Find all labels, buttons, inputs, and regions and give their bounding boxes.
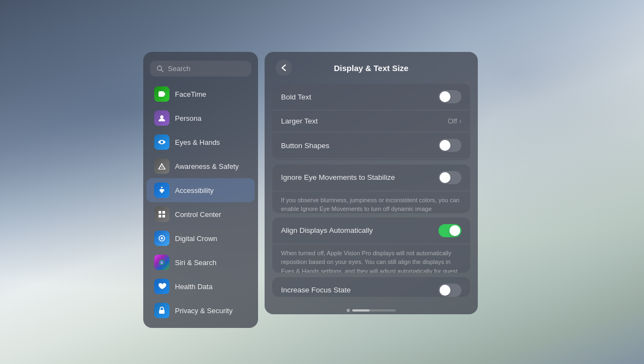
ignore-eye-knob xyxy=(440,172,450,183)
sidebar-item-eyes[interactable]: Eyes & Hands xyxy=(147,130,255,154)
health-icon xyxy=(154,279,169,294)
privacy-icon xyxy=(154,303,169,318)
sidebar-label-awareness: Awareness & Safety xyxy=(175,162,239,171)
svg-rect-6 xyxy=(159,211,161,214)
sidebar-label-privacy: Privacy & Security xyxy=(175,307,232,315)
ignore-eye-description: If you observe blurriness, jumpiness or … xyxy=(272,191,470,213)
sidebar-item-privacy[interactable]: Privacy & Security xyxy=(147,298,255,322)
sidebar-label-eyes: Eyes & Hands xyxy=(175,138,220,146)
svg-point-11 xyxy=(161,237,163,239)
ui-container: Search FaceTime Persona Eyes & Hands Awa xyxy=(143,52,478,328)
panel-header: Display & Text Size xyxy=(265,52,478,84)
align-displays-description: When turned off, Apple Vision Pro displa… xyxy=(272,244,470,273)
svg-text:S: S xyxy=(160,260,163,265)
ignore-eye-toggle[interactable] xyxy=(438,171,461,184)
sidebar-label-control: Control Center xyxy=(175,210,221,219)
increase-focus-toggle[interactable] xyxy=(438,284,461,297)
bold-text-row: Bold Text xyxy=(272,84,470,110)
onoff-labels-row: On/Off Labels xyxy=(272,159,470,160)
sidebar-item-control[interactable]: Control Center xyxy=(147,202,255,226)
persona-icon xyxy=(154,110,169,126)
increase-focus-label: Increase Focus State xyxy=(281,286,438,294)
sidebar-item-facetime[interactable]: FaceTime xyxy=(147,82,255,106)
sidebar-item-digital[interactable]: Digital Crown xyxy=(147,226,255,250)
search-bar[interactable]: Search xyxy=(150,61,251,77)
align-displays-knob xyxy=(449,225,460,236)
button-shapes-row: Button Shapes xyxy=(272,132,470,159)
bold-text-toggle[interactable] xyxy=(438,90,461,103)
settings-group-eye: Ignore Eye Movements to Stabilize If you… xyxy=(272,165,470,213)
scroll-dot xyxy=(347,309,350,312)
sidebar-item-siri[interactable]: S Siri & Search xyxy=(147,250,255,274)
eyes-icon xyxy=(154,134,169,150)
svg-rect-7 xyxy=(162,211,165,214)
panel-content: Bold Text Larger Text Off › Button Shape… xyxy=(265,84,478,304)
sidebar-label-facetime: FaceTime xyxy=(175,90,206,98)
button-shapes-knob xyxy=(440,140,450,151)
ignore-eye-row: Ignore Eye Movements to Stabilize xyxy=(272,165,470,191)
settings-group-align: Align Displays Automatically When turned… xyxy=(272,218,470,273)
awareness-icon xyxy=(154,158,169,174)
align-displays-toggle[interactable] xyxy=(438,224,461,237)
increase-focus-row: Increase Focus State xyxy=(272,277,470,297)
back-chevron-icon xyxy=(281,64,286,72)
larger-text-value: Off xyxy=(448,117,457,125)
sidebar-item-awareness[interactable]: Awareness & Safety xyxy=(147,154,255,178)
bold-text-knob xyxy=(440,91,450,102)
larger-text-label: Larger Text xyxy=(281,117,448,125)
sidebar-label-persona: Persona xyxy=(175,114,201,122)
sidebar-label-digital: Digital Crown xyxy=(175,234,217,243)
control-icon xyxy=(154,207,169,222)
sidebar-item-accessibility[interactable]: Accessibility xyxy=(147,178,255,202)
sidebar-item-health[interactable]: Health Data xyxy=(147,274,255,298)
siri-icon: S xyxy=(154,255,169,270)
settings-group-display: Bold Text Larger Text Off › Button Shape… xyxy=(272,84,470,160)
sidebar-label-accessibility: Accessibility xyxy=(175,186,214,195)
scroll-track[interactable] xyxy=(352,309,396,312)
ignore-eye-label: Ignore Eye Movements to Stabilize xyxy=(281,173,438,181)
svg-rect-3 xyxy=(162,166,162,168)
facetime-icon xyxy=(154,86,169,102)
button-shapes-toggle[interactable] xyxy=(438,139,461,152)
settings-group-focus: Increase Focus State xyxy=(272,277,470,297)
sidebar-label-siri: Siri & Search xyxy=(175,259,216,267)
search-placeholder: Search xyxy=(168,64,190,73)
scroll-indicator xyxy=(265,304,478,314)
accessibility-icon xyxy=(154,183,169,198)
bold-text-label: Bold Text xyxy=(281,93,438,101)
align-displays-label: Align Displays Automatically xyxy=(281,226,438,234)
svg-line-1 xyxy=(161,69,163,72)
align-displays-row: Align Displays Automatically xyxy=(272,218,470,244)
button-shapes-label: Button Shapes xyxy=(281,142,438,150)
panel-title: Display & Text Size xyxy=(292,63,450,73)
svg-rect-9 xyxy=(162,215,165,218)
increase-focus-knob xyxy=(440,285,450,296)
main-panel: Display & Text Size Bold Text Larger Tex… xyxy=(265,52,478,314)
svg-point-5 xyxy=(161,187,163,189)
scroll-thumb xyxy=(352,309,370,312)
search-icon xyxy=(156,65,164,73)
larger-text-row[interactable]: Larger Text Off › xyxy=(272,110,470,132)
svg-point-4 xyxy=(161,168,162,168)
sidebar-label-health: Health Data xyxy=(175,283,213,291)
sidebar-item-persona[interactable]: Persona xyxy=(147,106,255,130)
svg-point-15 xyxy=(161,311,162,312)
sidebar: Search FaceTime Persona Eyes & Hands Awa xyxy=(143,52,258,328)
back-button[interactable] xyxy=(276,60,292,76)
larger-text-chevron: › xyxy=(459,118,461,125)
svg-point-2 xyxy=(160,115,163,119)
svg-rect-8 xyxy=(159,215,161,218)
digital-icon xyxy=(154,231,169,246)
